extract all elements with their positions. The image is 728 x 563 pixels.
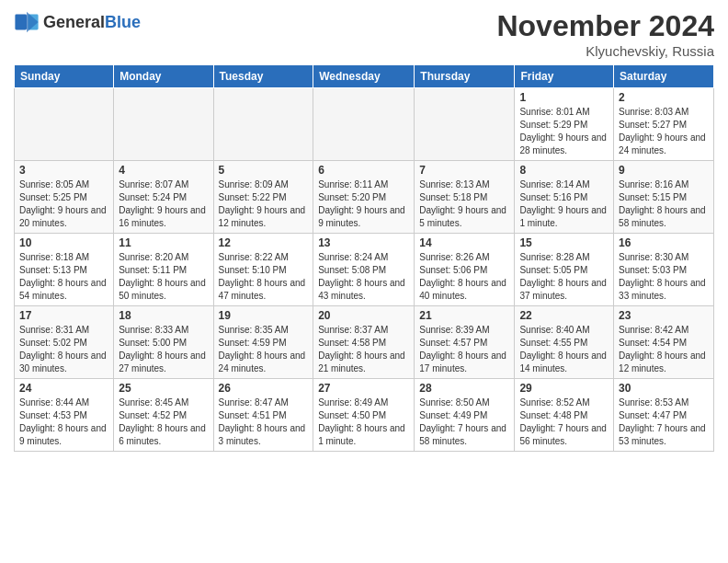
day-number: 21 xyxy=(419,309,509,322)
day-number: 16 xyxy=(619,236,709,249)
calendar-cell: 10Sunrise: 8:18 AM Sunset: 5:13 PM Dayli… xyxy=(15,234,114,306)
week-row-3: 17Sunrise: 8:31 AM Sunset: 5:02 PM Dayli… xyxy=(15,306,714,379)
calendar-cell: 21Sunrise: 8:39 AM Sunset: 4:57 PM Dayli… xyxy=(415,306,515,379)
calendar-cell: 14Sunrise: 8:26 AM Sunset: 5:06 PM Dayli… xyxy=(415,234,515,306)
day-number: 25 xyxy=(119,382,208,395)
page: GeneralBlue November 2024 Klyuchevskiy, … xyxy=(0,0,728,461)
day-number: 27 xyxy=(318,382,409,395)
calendar-cell: 16Sunrise: 8:30 AM Sunset: 5:03 PM Dayli… xyxy=(614,234,714,306)
day-detail: Sunrise: 8:13 AM Sunset: 5:18 PM Dayligh… xyxy=(419,178,509,230)
day-number: 19 xyxy=(219,309,309,322)
logo: GeneralBlue xyxy=(14,9,141,35)
day-number: 1 xyxy=(519,91,609,104)
day-number: 24 xyxy=(19,382,108,395)
day-detail: Sunrise: 8:09 AM Sunset: 5:22 PM Dayligh… xyxy=(219,178,309,230)
calendar-cell: 29Sunrise: 8:52 AM Sunset: 4:48 PM Dayli… xyxy=(515,379,614,452)
calendar-cell: 11Sunrise: 8:20 AM Sunset: 5:11 PM Dayli… xyxy=(114,234,213,306)
day-detail: Sunrise: 8:42 AM Sunset: 4:54 PM Dayligh… xyxy=(619,324,709,375)
svg-rect-0 xyxy=(15,15,27,30)
calendar-cell: 27Sunrise: 8:49 AM Sunset: 4:50 PM Dayli… xyxy=(313,379,415,452)
day-detail: Sunrise: 8:50 AM Sunset: 4:49 PM Dayligh… xyxy=(419,396,509,448)
calendar-cell xyxy=(15,88,114,161)
calendar-cell: 26Sunrise: 8:47 AM Sunset: 4:51 PM Dayli… xyxy=(213,379,313,452)
day-detail: Sunrise: 8:07 AM Sunset: 5:24 PM Dayligh… xyxy=(119,178,208,230)
day-number: 15 xyxy=(519,236,609,249)
day-detail: Sunrise: 8:22 AM Sunset: 5:10 PM Dayligh… xyxy=(219,251,309,303)
day-number: 22 xyxy=(519,309,609,322)
calendar-cell: 22Sunrise: 8:40 AM Sunset: 4:55 PM Dayli… xyxy=(515,306,614,379)
day-detail: Sunrise: 8:39 AM Sunset: 4:57 PM Dayligh… xyxy=(419,324,509,375)
day-detail: Sunrise: 8:37 AM Sunset: 4:58 PM Dayligh… xyxy=(318,324,409,375)
calendar-cell: 5Sunrise: 8:09 AM Sunset: 5:22 PM Daylig… xyxy=(213,161,313,234)
calendar-table: SundayMondayTuesdayWednesdayThursdayFrid… xyxy=(14,64,714,452)
day-detail: Sunrise: 8:49 AM Sunset: 4:50 PM Dayligh… xyxy=(318,396,409,448)
day-number: 6 xyxy=(318,164,409,177)
day-number: 20 xyxy=(318,309,409,322)
day-number: 23 xyxy=(619,309,709,322)
location-title: Klyuchevskiy, Russia xyxy=(496,43,714,59)
calendar-cell: 17Sunrise: 8:31 AM Sunset: 5:02 PM Dayli… xyxy=(15,306,114,379)
day-detail: Sunrise: 8:45 AM Sunset: 4:52 PM Dayligh… xyxy=(119,396,208,448)
day-number: 5 xyxy=(219,164,309,177)
calendar-cell: 12Sunrise: 8:22 AM Sunset: 5:10 PM Dayli… xyxy=(213,234,313,306)
day-detail: Sunrise: 8:24 AM Sunset: 5:08 PM Dayligh… xyxy=(318,251,409,303)
day-detail: Sunrise: 8:01 AM Sunset: 5:29 PM Dayligh… xyxy=(519,106,609,157)
day-number: 8 xyxy=(519,164,609,177)
title-block: November 2024 Klyuchevskiy, Russia xyxy=(496,9,714,59)
week-row-0: 1Sunrise: 8:01 AM Sunset: 5:29 PM Daylig… xyxy=(15,88,714,161)
month-title: November 2024 xyxy=(496,9,714,43)
week-row-2: 10Sunrise: 8:18 AM Sunset: 5:13 PM Dayli… xyxy=(15,234,714,306)
calendar-cell: 9Sunrise: 8:16 AM Sunset: 5:15 PM Daylig… xyxy=(614,161,714,234)
day-number: 30 xyxy=(619,382,709,395)
logo-text: GeneralBlue xyxy=(43,13,141,32)
calendar-cell: 1Sunrise: 8:01 AM Sunset: 5:29 PM Daylig… xyxy=(515,88,614,161)
day-detail: Sunrise: 8:18 AM Sunset: 5:13 PM Dayligh… xyxy=(19,251,108,303)
calendar-cell: 4Sunrise: 8:07 AM Sunset: 5:24 PM Daylig… xyxy=(114,161,213,234)
day-detail: Sunrise: 8:05 AM Sunset: 5:25 PM Dayligh… xyxy=(19,178,108,230)
calendar-cell: 7Sunrise: 8:13 AM Sunset: 5:18 PM Daylig… xyxy=(415,161,515,234)
calendar-cell: 15Sunrise: 8:28 AM Sunset: 5:05 PM Dayli… xyxy=(515,234,614,306)
day-detail: Sunrise: 8:20 AM Sunset: 5:11 PM Dayligh… xyxy=(119,251,208,303)
calendar-cell: 13Sunrise: 8:24 AM Sunset: 5:08 PM Dayli… xyxy=(313,234,415,306)
day-number: 29 xyxy=(519,382,609,395)
weekday-header-monday: Monday xyxy=(114,65,213,88)
header: GeneralBlue November 2024 Klyuchevskiy, … xyxy=(14,9,714,59)
weekday-header-saturday: Saturday xyxy=(614,65,714,88)
day-number: 26 xyxy=(219,382,309,395)
calendar-cell xyxy=(213,88,313,161)
weekday-header-wednesday: Wednesday xyxy=(313,65,415,88)
week-row-4: 24Sunrise: 8:44 AM Sunset: 4:53 PM Dayli… xyxy=(15,379,714,452)
calendar-cell xyxy=(114,88,213,161)
day-detail: Sunrise: 8:11 AM Sunset: 5:20 PM Dayligh… xyxy=(318,178,409,230)
calendar-cell: 8Sunrise: 8:14 AM Sunset: 5:16 PM Daylig… xyxy=(515,161,614,234)
day-number: 3 xyxy=(19,164,108,177)
day-detail: Sunrise: 8:53 AM Sunset: 4:47 PM Dayligh… xyxy=(619,396,709,448)
day-detail: Sunrise: 8:14 AM Sunset: 5:16 PM Dayligh… xyxy=(519,178,609,230)
day-detail: Sunrise: 8:33 AM Sunset: 5:00 PM Dayligh… xyxy=(119,324,208,375)
day-detail: Sunrise: 8:52 AM Sunset: 4:48 PM Dayligh… xyxy=(519,396,609,448)
weekday-header-tuesday: Tuesday xyxy=(213,65,313,88)
day-number: 28 xyxy=(419,382,509,395)
calendar-cell: 6Sunrise: 8:11 AM Sunset: 5:20 PM Daylig… xyxy=(313,161,415,234)
day-detail: Sunrise: 8:44 AM Sunset: 4:53 PM Dayligh… xyxy=(19,396,108,448)
calendar-cell: 23Sunrise: 8:42 AM Sunset: 4:54 PM Dayli… xyxy=(614,306,714,379)
calendar-cell: 25Sunrise: 8:45 AM Sunset: 4:52 PM Dayli… xyxy=(114,379,213,452)
weekday-header-row: SundayMondayTuesdayWednesdayThursdayFrid… xyxy=(15,65,714,88)
day-detail: Sunrise: 8:47 AM Sunset: 4:51 PM Dayligh… xyxy=(219,396,309,448)
day-detail: Sunrise: 8:26 AM Sunset: 5:06 PM Dayligh… xyxy=(419,251,509,303)
logo-icon xyxy=(14,9,40,35)
calendar-cell: 19Sunrise: 8:35 AM Sunset: 4:59 PM Dayli… xyxy=(213,306,313,379)
week-row-1: 3Sunrise: 8:05 AM Sunset: 5:25 PM Daylig… xyxy=(15,161,714,234)
calendar-cell: 28Sunrise: 8:50 AM Sunset: 4:49 PM Dayli… xyxy=(415,379,515,452)
day-detail: Sunrise: 8:31 AM Sunset: 5:02 PM Dayligh… xyxy=(19,324,108,375)
day-number: 17 xyxy=(19,309,108,322)
calendar-cell: 2Sunrise: 8:03 AM Sunset: 5:27 PM Daylig… xyxy=(614,88,714,161)
weekday-header-thursday: Thursday xyxy=(415,65,515,88)
calendar-cell: 3Sunrise: 8:05 AM Sunset: 5:25 PM Daylig… xyxy=(15,161,114,234)
day-detail: Sunrise: 8:16 AM Sunset: 5:15 PM Dayligh… xyxy=(619,178,709,230)
day-number: 13 xyxy=(318,236,409,249)
calendar-cell: 18Sunrise: 8:33 AM Sunset: 5:00 PM Dayli… xyxy=(114,306,213,379)
weekday-header-sunday: Sunday xyxy=(15,65,114,88)
calendar-cell: 20Sunrise: 8:37 AM Sunset: 4:58 PM Dayli… xyxy=(313,306,415,379)
day-number: 4 xyxy=(119,164,208,177)
